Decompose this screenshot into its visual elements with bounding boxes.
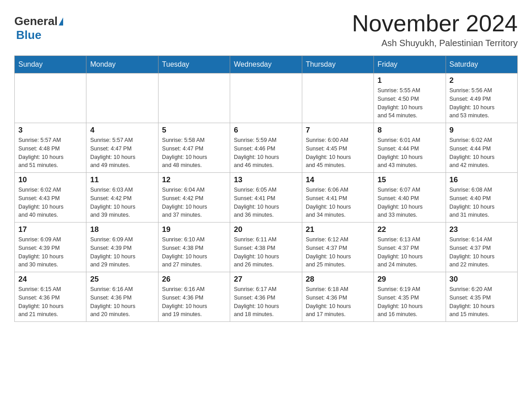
day-number: 10	[18, 176, 82, 184]
day-info: Sunrise: 6:10 AMSunset: 4:38 PMDaylight:…	[162, 235, 226, 269]
day-info: Sunrise: 6:16 AMSunset: 4:36 PMDaylight:…	[162, 285, 226, 319]
calendar-body: 1Sunrise: 5:55 AMSunset: 4:50 PMDaylight…	[15, 73, 518, 322]
logo-blue-text: Blue	[16, 28, 41, 42]
calendar-cell: 10Sunrise: 6:02 AMSunset: 4:43 PMDayligh…	[15, 173, 86, 223]
day-number: 20	[234, 225, 298, 234]
day-info: Sunrise: 6:00 AMSunset: 4:45 PMDaylight:…	[306, 136, 370, 170]
day-number: 3	[18, 126, 82, 135]
weekday-header-wednesday: Wednesday	[230, 56, 302, 73]
day-number: 15	[378, 176, 442, 184]
day-number: 23	[450, 225, 514, 234]
day-info: Sunrise: 5:56 AMSunset: 4:49 PMDaylight:…	[450, 86, 514, 120]
calendar-cell: 30Sunrise: 6:20 AMSunset: 4:35 PMDayligh…	[446, 272, 517, 322]
calendar-cell	[15, 73, 86, 123]
logo: General Blue	[14, 14, 64, 42]
day-number: 9	[450, 126, 514, 135]
calendar-week-row: 3Sunrise: 5:57 AMSunset: 4:48 PMDaylight…	[15, 123, 518, 173]
calendar-cell: 29Sunrise: 6:19 AMSunset: 4:35 PMDayligh…	[374, 272, 446, 322]
calendar-cell: 24Sunrise: 6:15 AMSunset: 4:36 PMDayligh…	[15, 272, 86, 322]
day-number: 14	[306, 176, 370, 184]
day-number: 5	[162, 126, 226, 135]
day-info: Sunrise: 6:12 AMSunset: 4:37 PMDaylight:…	[306, 235, 370, 269]
calendar-week-row: 17Sunrise: 6:09 AMSunset: 4:39 PMDayligh…	[15, 223, 518, 272]
calendar-cell: 15Sunrise: 6:07 AMSunset: 4:40 PMDayligh…	[374, 173, 446, 223]
calendar-cell: 26Sunrise: 6:16 AMSunset: 4:36 PMDayligh…	[158, 272, 230, 322]
day-number: 12	[162, 176, 226, 184]
calendar-cell: 16Sunrise: 6:08 AMSunset: 4:40 PMDayligh…	[446, 173, 517, 223]
calendar-cell	[86, 73, 158, 123]
calendar-cell	[302, 73, 373, 123]
day-number: 17	[18, 225, 82, 234]
day-info: Sunrise: 5:55 AMSunset: 4:50 PMDaylight:…	[378, 86, 442, 120]
day-number: 1	[378, 76, 442, 85]
calendar-cell: 5Sunrise: 5:58 AMSunset: 4:47 PMDaylight…	[158, 123, 230, 173]
day-info: Sunrise: 6:09 AMSunset: 4:39 PMDaylight:…	[90, 235, 154, 269]
weekday-header-thursday: Thursday	[302, 56, 373, 73]
weekday-header-sunday: Sunday	[15, 56, 86, 73]
day-number: 4	[90, 126, 154, 135]
day-info: Sunrise: 6:16 AMSunset: 4:36 PMDaylight:…	[90, 285, 154, 319]
month-title: November 2024	[352, 11, 518, 36]
day-info: Sunrise: 5:59 AMSunset: 4:46 PMDaylight:…	[234, 136, 298, 170]
day-number: 21	[306, 225, 370, 234]
calendar-cell	[230, 73, 302, 123]
logo-triangle-icon	[59, 17, 63, 26]
calendar-cell: 1Sunrise: 5:55 AMSunset: 4:50 PMDaylight…	[374, 73, 446, 123]
day-number: 18	[90, 225, 154, 234]
calendar-week-row: 24Sunrise: 6:15 AMSunset: 4:36 PMDayligh…	[15, 272, 518, 322]
day-info: Sunrise: 6:11 AMSunset: 4:38 PMDaylight:…	[234, 235, 298, 269]
calendar-cell: 17Sunrise: 6:09 AMSunset: 4:39 PMDayligh…	[15, 223, 86, 272]
location-subtitle: Ash Shuyukh, Palestinian Territory	[352, 38, 518, 48]
calendar-cell: 23Sunrise: 6:14 AMSunset: 4:37 PMDayligh…	[446, 223, 517, 272]
day-number: 6	[234, 126, 298, 135]
day-info: Sunrise: 6:13 AMSunset: 4:37 PMDaylight:…	[378, 235, 442, 269]
calendar-cell: 25Sunrise: 6:16 AMSunset: 4:36 PMDayligh…	[86, 272, 158, 322]
day-info: Sunrise: 6:02 AMSunset: 4:43 PMDaylight:…	[18, 186, 82, 219]
day-number: 22	[378, 225, 442, 234]
calendar-cell: 21Sunrise: 6:12 AMSunset: 4:37 PMDayligh…	[302, 223, 373, 272]
day-info: Sunrise: 6:02 AMSunset: 4:44 PMDaylight:…	[450, 136, 514, 170]
day-number: 29	[378, 275, 442, 284]
day-info: Sunrise: 6:05 AMSunset: 4:41 PMDaylight:…	[234, 186, 298, 219]
calendar-cell: 18Sunrise: 6:09 AMSunset: 4:39 PMDayligh…	[86, 223, 158, 272]
calendar-cell: 27Sunrise: 6:17 AMSunset: 4:36 PMDayligh…	[230, 272, 302, 322]
calendar-week-row: 1Sunrise: 5:55 AMSunset: 4:50 PMDaylight…	[15, 73, 518, 123]
calendar-cell: 6Sunrise: 5:59 AMSunset: 4:46 PMDaylight…	[230, 123, 302, 173]
day-number: 24	[18, 275, 82, 284]
calendar-table: SundayMondayTuesdayWednesdayThursdayFrid…	[14, 56, 518, 322]
day-info: Sunrise: 6:08 AMSunset: 4:40 PMDaylight:…	[450, 186, 514, 219]
calendar-cell	[158, 73, 230, 123]
day-number: 30	[450, 275, 514, 284]
day-info: Sunrise: 6:20 AMSunset: 4:35 PMDaylight:…	[450, 285, 514, 319]
day-number: 16	[450, 176, 514, 184]
day-number: 28	[306, 275, 370, 284]
weekday-header-tuesday: Tuesday	[158, 56, 230, 73]
weekday-header-monday: Monday	[86, 56, 158, 73]
weekday-header-saturday: Saturday	[446, 56, 517, 73]
day-number: 8	[378, 126, 442, 135]
day-number: 25	[90, 275, 154, 284]
calendar-cell: 13Sunrise: 6:05 AMSunset: 4:41 PMDayligh…	[230, 173, 302, 223]
day-info: Sunrise: 6:07 AMSunset: 4:40 PMDaylight:…	[378, 186, 442, 219]
calendar-cell: 3Sunrise: 5:57 AMSunset: 4:48 PMDaylight…	[15, 123, 86, 173]
day-info: Sunrise: 6:04 AMSunset: 4:42 PMDaylight:…	[162, 186, 226, 219]
day-info: Sunrise: 5:58 AMSunset: 4:47 PMDaylight:…	[162, 136, 226, 170]
calendar-cell: 12Sunrise: 6:04 AMSunset: 4:42 PMDayligh…	[158, 173, 230, 223]
day-number: 2	[450, 76, 514, 85]
day-info: Sunrise: 6:15 AMSunset: 4:36 PMDaylight:…	[18, 285, 82, 319]
day-number: 19	[162, 225, 226, 234]
page-header: General Blue November 2024 Ash Shuyukh, …	[14, 11, 518, 48]
calendar-cell: 28Sunrise: 6:18 AMSunset: 4:36 PMDayligh…	[302, 272, 373, 322]
day-info: Sunrise: 6:17 AMSunset: 4:36 PMDaylight:…	[234, 285, 298, 319]
day-info: Sunrise: 6:03 AMSunset: 4:42 PMDaylight:…	[90, 186, 154, 219]
day-number: 7	[306, 126, 370, 135]
weekday-header-friday: Friday	[374, 56, 446, 73]
calendar-cell: 11Sunrise: 6:03 AMSunset: 4:42 PMDayligh…	[86, 173, 158, 223]
calendar-cell: 14Sunrise: 6:06 AMSunset: 4:41 PMDayligh…	[302, 173, 373, 223]
calendar-cell: 22Sunrise: 6:13 AMSunset: 4:37 PMDayligh…	[374, 223, 446, 272]
day-info: Sunrise: 6:19 AMSunset: 4:35 PMDaylight:…	[378, 285, 442, 319]
day-info: Sunrise: 5:57 AMSunset: 4:47 PMDaylight:…	[90, 136, 154, 170]
day-info: Sunrise: 6:14 AMSunset: 4:37 PMDaylight:…	[450, 235, 514, 269]
calendar-cell: 2Sunrise: 5:56 AMSunset: 4:49 PMDaylight…	[446, 73, 517, 123]
day-info: Sunrise: 5:57 AMSunset: 4:48 PMDaylight:…	[18, 136, 82, 170]
